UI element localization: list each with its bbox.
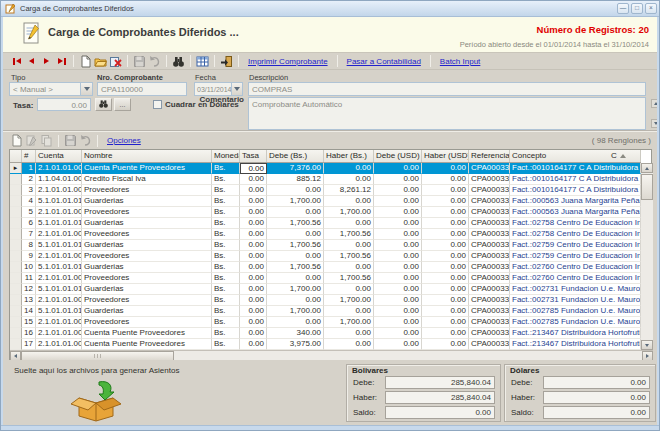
cell-cuenta[interactable]: 2.1.01.01.001 [36, 207, 82, 218]
cell-moneda[interactable]: Bs. [212, 174, 240, 185]
cell-haber-bs[interactable]: 1,700.56 [324, 229, 374, 240]
column-header-[interactable]: # [22, 150, 36, 162]
cell-haber-bs[interactable]: 0.00 [324, 218, 374, 229]
cell-concepto[interactable]: Fact.:02758 Centro De Educacion In [510, 218, 641, 229]
cell-cuenta[interactable]: 2.1.01.01.002 [36, 339, 82, 350]
cell-referencia[interactable]: CPA00033 [469, 328, 510, 339]
cell-concepto[interactable]: Fact.:000563 Juana Margarita Peña [510, 196, 641, 207]
cell-debe-usd[interactable]: 0.00 [374, 273, 422, 284]
cell-nombre[interactable]: Credito Fiscal Iva [82, 174, 212, 185]
tipo-select[interactable]: < Manual > [9, 82, 81, 96]
cell-moneda[interactable]: Bs. [212, 240, 240, 251]
last-record-button[interactable] [54, 55, 69, 68]
cell-debe-usd[interactable]: 0.00 [374, 306, 422, 317]
exit-button[interactable] [219, 55, 234, 68]
cell-tasa[interactable]: 0.00 [240, 284, 267, 295]
vertical-scrollbar[interactable] [641, 163, 653, 350]
cuadrar-en-dolares-checkbox[interactable] [153, 100, 162, 109]
cell-nombre[interactable]: Guarderias [82, 218, 212, 229]
cell-haber-usd[interactable]: 0.00 [422, 295, 469, 306]
open-document-button[interactable] [93, 55, 108, 68]
row-selector[interactable] [10, 317, 22, 328]
cell-num[interactable]: 12 [22, 284, 36, 295]
cell-tasa[interactable]: 0.00 [240, 328, 267, 339]
cell-debe-usd[interactable]: 0.00 [374, 339, 422, 350]
search-button[interactable] [171, 55, 186, 68]
cell-debe-bs[interactable]: 885.12 [267, 174, 324, 185]
row-selector[interactable] [10, 284, 22, 295]
previous-record-button[interactable] [24, 55, 39, 68]
column-header-debe-bs[interactable]: Debe (Bs.) [267, 150, 324, 162]
cell-cuenta[interactable]: 5.1.01.01.017 [36, 284, 82, 295]
cell-tasa[interactable]: 0.00 [240, 240, 267, 251]
table-row[interactable]: 172.1.01.01.002Cuenta Puente Proveedores… [10, 339, 641, 350]
cell-cuenta[interactable]: 5.1.01.01.017 [36, 262, 82, 273]
cell-debe-bs[interactable]: 1,700.00 [267, 306, 324, 317]
fecha-field[interactable]: 03/11/2014 [194, 82, 232, 96]
cell-concepto[interactable]: Fact.:02760 Centro De Educacion In [510, 273, 641, 284]
cell-haber-bs[interactable]: 0.00 [324, 262, 374, 273]
cell-moneda[interactable]: Bs. [212, 328, 240, 339]
cell-debe-usd[interactable]: 0.00 [374, 229, 422, 240]
cell-debe-bs[interactable]: 1,700.56 [267, 262, 324, 273]
cell-haber-bs[interactable]: 1,700.56 [324, 273, 374, 284]
cell-nombre[interactable]: Guarderias [82, 284, 212, 295]
new-row-button[interactable] [9, 134, 24, 147]
cell-cuenta[interactable]: 5.1.01.01.017 [36, 306, 82, 317]
cell-cuenta[interactable]: 5.1.01.01.017 [36, 240, 82, 251]
cell-haber-usd[interactable]: 0.00 [422, 284, 469, 295]
tasa-search-button[interactable] [95, 98, 112, 111]
cell-moneda[interactable]: Bs. [212, 284, 240, 295]
cell-tasa[interactable]: 0.00 [240, 295, 267, 306]
cell-nombre[interactable]: Proveedores [82, 273, 212, 284]
cell-haber-bs[interactable]: 8,261.12 [324, 185, 374, 196]
row-selector[interactable] [10, 207, 22, 218]
cell-nombre[interactable]: Proveedores [82, 229, 212, 240]
column-header-nombre[interactable]: Nombre [82, 150, 212, 162]
cell-num[interactable]: 6 [22, 218, 36, 229]
cell-referencia[interactable]: CPA00033 [469, 229, 510, 240]
table-row[interactable]: 112.1.01.01.001ProveedoresBs.0.000.001,7… [10, 273, 641, 284]
scroll-down-button[interactable] [641, 340, 653, 350]
cell-moneda[interactable]: Bs. [212, 229, 240, 240]
cell-debe-usd[interactable]: 0.00 [374, 185, 422, 196]
cell-debe-usd[interactable]: 0.00 [374, 251, 422, 262]
maximize-icon[interactable]: □ [631, 3, 643, 14]
cell-num[interactable]: 1 [22, 163, 36, 174]
cell-debe-bs[interactable]: 0.00 [267, 295, 324, 306]
cell-num[interactable]: 5 [22, 207, 36, 218]
cell-concepto[interactable]: Fact.:02759 Centro De Educacion In [510, 240, 641, 251]
cell-referencia[interactable]: CPA00033 [469, 339, 510, 350]
row-selector[interactable] [10, 218, 22, 229]
cell-debe-usd[interactable]: 0.00 [374, 328, 422, 339]
cell-debe-usd[interactable]: 0.00 [374, 196, 422, 207]
cell-haber-usd[interactable]: 0.00 [422, 229, 469, 240]
cell-nombre[interactable]: Cuenta Puente Proveedores [82, 163, 212, 174]
cell-haber-bs[interactable]: 1,700.00 [324, 317, 374, 328]
cell-tasa[interactable]: 0.00 [240, 306, 267, 317]
column-header-referencia[interactable]: Referencia [469, 150, 510, 162]
cell-haber-usd[interactable]: 0.00 [422, 207, 469, 218]
table-row[interactable]: 21.1.04.01.007Credito Fiscal IvaBs.0.008… [10, 174, 641, 185]
cell-nombre[interactable]: Guarderias [82, 240, 212, 251]
pasar-a-contabilidad-link[interactable]: Pasar a Contabilidad [347, 57, 421, 66]
cell-haber-usd[interactable]: 0.00 [422, 328, 469, 339]
cell-num[interactable]: 2 [22, 174, 36, 185]
table-row[interactable]: 52.1.01.01.001ProveedoresBs.0.000.001,70… [10, 207, 641, 218]
cell-moneda[interactable]: Bs. [212, 207, 240, 218]
cell-cuenta[interactable]: 2.1.01.01.002 [36, 328, 82, 339]
cell-concepto[interactable]: Fact.:02759 Centro De Educacion In [510, 251, 641, 262]
cell-tasa[interactable]: 0.00 [240, 251, 267, 262]
cell-num[interactable]: 14 [22, 306, 36, 317]
cell-haber-usd[interactable]: 0.00 [422, 218, 469, 229]
cell-cuenta[interactable]: 5.1.01.01.017 [36, 218, 82, 229]
cell-haber-bs[interactable]: 1,700.00 [324, 295, 374, 306]
cell-debe-usd[interactable]: 0.00 [374, 317, 422, 328]
column-header-haber-bs[interactable]: Haber (Bs.) [324, 150, 374, 162]
row-selector[interactable] [10, 306, 22, 317]
cell-tasa[interactable]: 0.00 [240, 262, 267, 273]
cell-debe-usd[interactable]: 0.00 [374, 163, 422, 174]
cell-debe-bs[interactable]: 1,700.56 [267, 240, 324, 251]
cell-num[interactable]: 11 [22, 273, 36, 284]
cell-moneda[interactable]: Bs. [212, 251, 240, 262]
